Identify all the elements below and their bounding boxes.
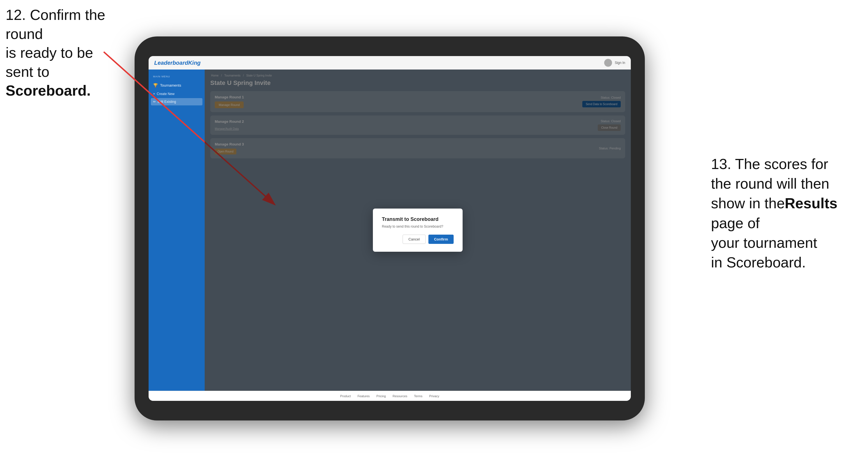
- annotation-bottom-line1: 13. The scores for: [711, 156, 828, 172]
- tablet-device: LeaderboardKing Sign In MAIN MENU 🏆 Tour…: [134, 36, 645, 421]
- annotation-line2: is ready to be sent to: [6, 44, 93, 80]
- main-menu-label: MAIN MENU: [149, 74, 205, 80]
- confirm-button[interactable]: Confirm: [428, 235, 454, 244]
- footer-resources[interactable]: Resources: [393, 395, 407, 398]
- modal-overlay[interactable]: Transmit to Scoreboard Ready to send thi…: [205, 69, 631, 391]
- tablet-screen: LeaderboardKing Sign In MAIN MENU 🏆 Tour…: [149, 56, 631, 401]
- footer-pricing[interactable]: Pricing: [376, 395, 386, 398]
- annotation-bottom-line5: your tournament: [711, 235, 817, 251]
- annotation-bottom: 13. The scores for the round will then s…: [711, 154, 851, 272]
- signin-label[interactable]: Sign In: [615, 61, 625, 65]
- modal-title: Transmit to Scoreboard: [382, 216, 454, 222]
- modal-subtitle: Ready to send this round to Scoreboard?: [382, 224, 454, 228]
- transmit-modal: Transmit to Scoreboard Ready to send thi…: [373, 209, 463, 252]
- trophy-icon: 🏆: [153, 83, 158, 88]
- annotation-bottom-line3: show in the: [711, 195, 785, 211]
- annotation-bottom-line4: page of: [711, 215, 760, 231]
- footer-terms[interactable]: Terms: [414, 395, 423, 398]
- footer-features[interactable]: Features: [358, 395, 370, 398]
- footer-privacy[interactable]: Privacy: [429, 395, 439, 398]
- footer-product[interactable]: Product: [340, 395, 351, 398]
- annotation-bottom-line2: the round will then: [711, 176, 829, 192]
- sidebar-edit-existing[interactable]: ✏ Edit Existing: [151, 98, 203, 105]
- edit-existing-label: Edit Existing: [158, 100, 176, 104]
- sidebar-item-tournaments[interactable]: 🏆 Tournaments: [149, 80, 205, 90]
- modal-buttons: Cancel Confirm: [382, 235, 454, 244]
- sidebar: MAIN MENU 🏆 Tournaments + Create New ✏ E…: [149, 69, 205, 391]
- topbar-logo: LeaderboardKing: [154, 60, 201, 66]
- annotation-bottom-line6: in Scoreboard.: [711, 254, 806, 271]
- annotation-results-bold: Results: [785, 195, 837, 211]
- top-bar: LeaderboardKing Sign In: [149, 56, 631, 69]
- cancel-button[interactable]: Cancel: [403, 235, 426, 244]
- annotation-top: 12. Confirm the round is ready to be sen…: [6, 6, 118, 100]
- sidebar-create-new[interactable]: + Create New: [149, 90, 205, 98]
- main-area: MAIN MENU 🏆 Tournaments + Create New ✏ E…: [149, 69, 631, 391]
- content-area: Home / Tournaments / State U Spring Invi…: [205, 69, 631, 391]
- plus-icon: +: [153, 92, 155, 96]
- topbar-right: Sign In: [604, 59, 625, 67]
- footer: Product Features Pricing Resources Terms…: [149, 391, 631, 401]
- edit-icon: ✏: [153, 100, 156, 104]
- annotation-line3: Scoreboard.: [6, 83, 91, 99]
- create-new-label: Create New: [157, 92, 175, 96]
- sidebar-tournaments-label: Tournaments: [160, 83, 181, 88]
- avatar: [604, 59, 612, 67]
- annotation-line1: 12. Confirm the round: [6, 7, 105, 42]
